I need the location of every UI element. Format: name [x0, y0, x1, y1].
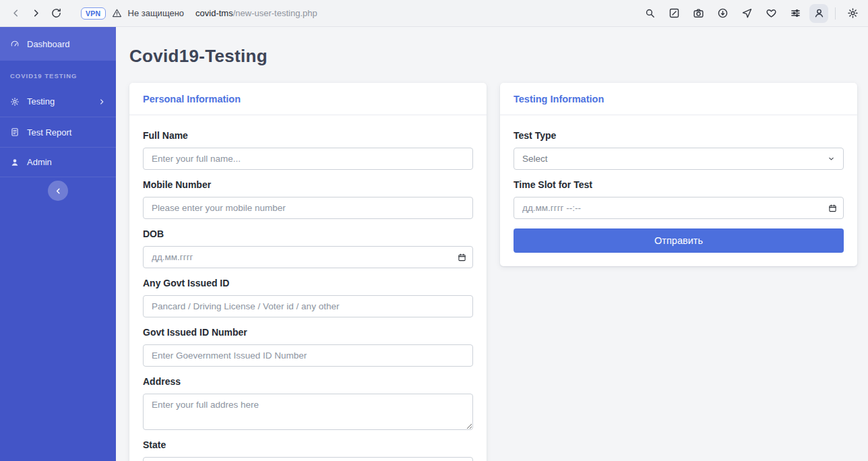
- chevron-down-icon: [828, 155, 835, 162]
- vpn-badge[interactable]: VPN: [81, 7, 106, 20]
- govt-id-group: Any Govt Issued ID: [143, 278, 473, 317]
- warning-icon[interactable]: [112, 8, 122, 18]
- address-group: Address: [143, 376, 473, 430]
- time-slot-label: Time Slot for Test: [514, 179, 844, 190]
- chevron-right-icon: [98, 98, 106, 106]
- full-name-group: Full Name: [143, 130, 473, 170]
- search-icon[interactable]: [640, 3, 660, 24]
- sidebar-item-testing[interactable]: Testing: [0, 86, 116, 117]
- personal-information-card: Personal Information Full Name Mobile Nu…: [129, 83, 487, 461]
- mobile-number-group: Mobile Number: [143, 179, 473, 219]
- govt-id-number-group: Govt Issued ID Number: [143, 327, 473, 367]
- sidebar-item-label: Admin: [27, 157, 52, 167]
- browser-toolbar: VPN Не защищено covid-tms/new-user-testi…: [0, 0, 868, 27]
- card-header: Testing Information: [500, 83, 857, 115]
- share-send-icon[interactable]: [737, 3, 757, 24]
- govt-id-input[interactable]: [143, 295, 473, 317]
- test-type-label: Test Type: [514, 130, 844, 141]
- state-input[interactable]: [143, 457, 473, 461]
- forward-button[interactable]: [26, 3, 46, 24]
- dashboard-gauge-icon: [10, 39, 20, 49]
- toolbar-actions: [640, 3, 863, 24]
- govt-id-label: Any Govt Issued ID: [143, 278, 473, 288]
- page-title: Covid19-Testing: [129, 46, 857, 67]
- main-content: Covid19-Testing Personal Information Ful…: [116, 27, 868, 461]
- profile-avatar-icon[interactable]: [809, 4, 828, 23]
- full-name-label: Full Name: [143, 130, 473, 141]
- govt-id-number-input[interactable]: [143, 344, 473, 367]
- select-value: Select: [522, 154, 548, 164]
- time-slot-datetime-input[interactable]: [514, 197, 844, 219]
- test-type-group: Test Type Select: [514, 130, 844, 170]
- mobile-number-label: Mobile Number: [143, 179, 473, 190]
- test-type-select[interactable]: Select: [514, 148, 844, 170]
- report-document-icon: [10, 127, 20, 137]
- extensions-gear-icon[interactable]: [842, 3, 863, 24]
- sidebar-item-label: Dashboard: [27, 39, 70, 49]
- calendar-icon[interactable]: [458, 253, 466, 262]
- full-name-input[interactable]: [143, 148, 473, 170]
- sidebar-item-label: Test Report: [27, 127, 71, 137]
- govt-id-number-label: Govt Issued ID Number: [143, 327, 473, 338]
- dob-group: DOB: [143, 228, 473, 268]
- address-label: Address: [143, 376, 473, 387]
- card-title: Personal Information: [143, 94, 241, 104]
- dob-date-input[interactable]: [143, 246, 473, 268]
- card-title: Testing Information: [514, 94, 604, 104]
- calendar-icon[interactable]: [828, 204, 837, 212]
- sidebar-section-label: COVID19 TESTING: [0, 61, 116, 86]
- sidebar-item-test-report[interactable]: Test Report: [0, 117, 116, 147]
- sidebar-collapse-button[interactable]: [48, 181, 68, 201]
- card-body: Full Name Mobile Number DOB: [129, 115, 487, 461]
- submit-button[interactable]: Отправить: [514, 228, 844, 253]
- person-icon: [10, 158, 20, 167]
- address-textarea[interactable]: [143, 394, 473, 430]
- card-body: Test Type Select Time Slot for Test: [500, 115, 857, 266]
- url-host: covid-tms: [195, 8, 233, 18]
- screenshot-camera-icon[interactable]: [688, 3, 708, 24]
- time-slot-group: Time Slot for Test: [514, 179, 844, 219]
- url-text[interactable]: covid-tms/new-user-testing.php: [195, 8, 317, 18]
- sidebar: Dashboard COVID19 TESTING Testing Test R…: [0, 27, 116, 461]
- edit-notes-icon[interactable]: [664, 3, 684, 24]
- sidebar-item-label: Testing: [27, 96, 55, 106]
- address-bar[interactable]: VPN Не защищено covid-tms/new-user-testi…: [81, 7, 317, 20]
- url-path: /new-user-testing.php: [233, 8, 317, 18]
- tune-settings-icon[interactable]: [785, 3, 805, 24]
- reload-button[interactable]: [46, 3, 66, 24]
- back-button[interactable]: [5, 3, 26, 24]
- dob-label: DOB: [143, 228, 473, 239]
- mobile-number-input[interactable]: [143, 197, 473, 219]
- gear-icon: [10, 97, 20, 106]
- state-group: State: [143, 439, 473, 461]
- state-label: State: [143, 439, 473, 450]
- toolbar-divider: [835, 7, 836, 20]
- sidebar-item-dashboard[interactable]: Dashboard: [0, 27, 116, 61]
- sidebar-item-admin[interactable]: Admin: [0, 147, 116, 177]
- downloads-icon[interactable]: [712, 3, 733, 24]
- favorites-heart-icon[interactable]: [761, 3, 781, 24]
- testing-information-card: Testing Information Test Type Select: [500, 83, 857, 266]
- card-header: Personal Information: [129, 83, 487, 115]
- security-label: Не защищено: [128, 8, 185, 18]
